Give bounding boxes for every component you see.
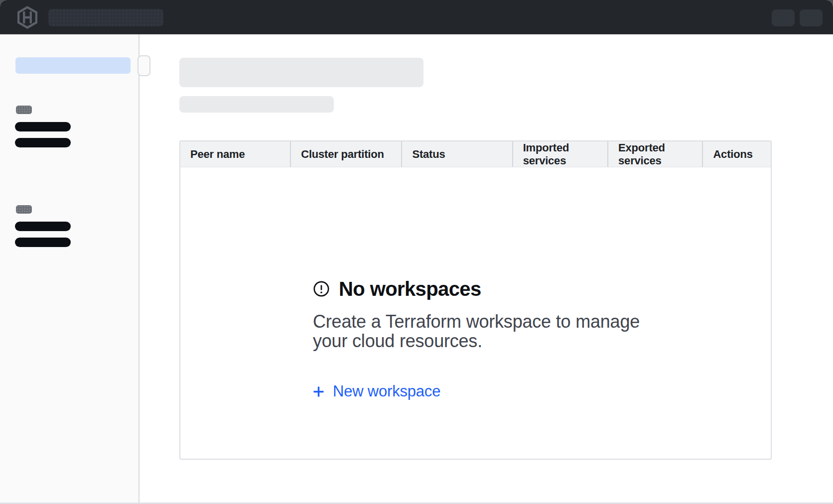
sidebar-collapse-handle[interactable]: [138, 55, 150, 76]
column-header-actions: Actions: [703, 141, 771, 167]
sidebar-nav-item-skeleton-2[interactable]: [15, 138, 71, 147]
empty-state-header: No workspaces: [313, 279, 692, 299]
sidebar-nav-item-skeleton-4[interactable]: [15, 238, 71, 247]
sidebar: [0, 34, 139, 503]
column-header-cluster-partition: Cluster partition: [291, 141, 402, 167]
sidebar-section-label-skeleton-1: [16, 106, 32, 114]
topbar-button-skeleton-1[interactable]: [772, 9, 795, 26]
table-body: No workspaces Create a Terraform workspa…: [180, 167, 771, 459]
topbar-button-skeleton-2[interactable]: [800, 9, 823, 26]
app-window: Peer name Cluster partition Status Impor…: [0, 0, 833, 504]
column-header-imported-services: Imported services: [513, 141, 608, 167]
empty-state: No workspaces Create a Terraform workspa…: [313, 279, 692, 400]
sidebar-nav-item-skeleton-3[interactable]: [15, 222, 71, 231]
sidebar-active-item-skeleton[interactable]: [15, 57, 131, 74]
table-header-row: Peer name Cluster partition Status Impor…: [180, 141, 771, 167]
peers-table: Peer name Cluster partition Status Impor…: [179, 140, 772, 460]
hashicorp-logo-icon: [16, 6, 38, 29]
column-header-exported-services: Exported services: [608, 141, 703, 167]
empty-state-title: No workspaces: [339, 278, 481, 300]
plus-icon: [313, 386, 324, 397]
sidebar-section-label-skeleton-2: [16, 205, 32, 214]
column-header-peer-name: Peer name: [180, 141, 291, 167]
topbar: [0, 0, 833, 34]
alert-circle-icon: [313, 280, 330, 297]
main-content: Peer name Cluster partition Status Impor…: [140, 34, 833, 503]
page-subtitle-skeleton: [179, 96, 334, 113]
new-workspace-link-label: New workspace: [333, 382, 440, 400]
topbar-search-skeleton[interactable]: [48, 9, 163, 26]
page-title-skeleton: [179, 58, 423, 87]
column-header-status: Status: [402, 141, 513, 167]
new-workspace-link[interactable]: New workspace: [313, 382, 692, 400]
sidebar-nav-item-skeleton-1[interactable]: [15, 122, 71, 131]
empty-state-description: Create a Terraform workspace to manage y…: [313, 312, 662, 351]
